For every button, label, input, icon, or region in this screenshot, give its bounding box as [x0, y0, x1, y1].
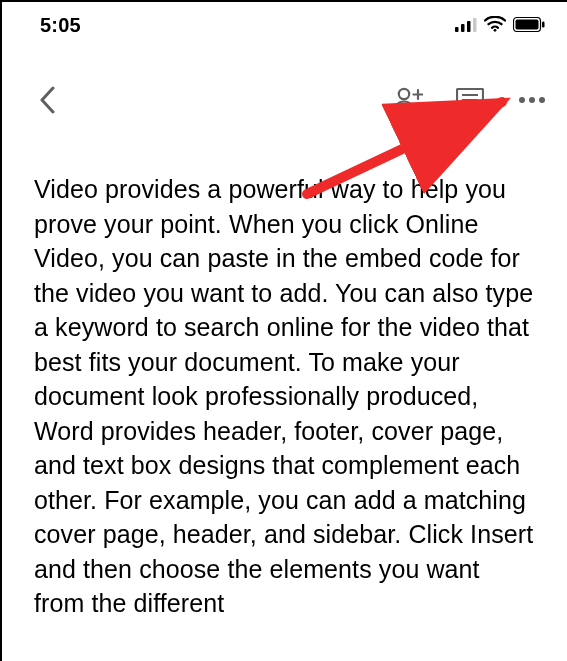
battery-icon	[513, 14, 545, 37]
svg-point-15	[519, 97, 525, 103]
cellular-signal-icon	[455, 14, 477, 37]
back-button[interactable]	[30, 83, 64, 117]
svg-rect-1	[461, 24, 465, 32]
more-options-button[interactable]	[515, 83, 549, 117]
page-layout-icon	[456, 88, 484, 112]
status-bar: 5:05	[2, 2, 567, 42]
status-time: 5:05	[40, 14, 81, 37]
page-layout-button[interactable]	[453, 83, 487, 117]
svg-point-8	[399, 89, 409, 99]
svg-rect-3	[473, 18, 477, 32]
svg-rect-7	[542, 21, 545, 27]
chevron-left-icon	[39, 86, 56, 114]
svg-rect-0	[455, 27, 459, 32]
svg-rect-2	[467, 21, 471, 32]
svg-point-17	[539, 97, 545, 103]
svg-rect-6	[516, 19, 539, 29]
person-plus-icon	[393, 87, 423, 113]
svg-point-16	[529, 97, 535, 103]
add-person-button[interactable]	[391, 83, 425, 117]
status-right-cluster	[455, 14, 545, 37]
ellipsis-icon	[518, 96, 546, 104]
app-toolbar	[2, 72, 567, 128]
wifi-icon	[484, 14, 506, 37]
document-body[interactable]: Video provides a powerful way to help yo…	[2, 128, 567, 621]
svg-point-4	[494, 28, 497, 31]
document-text: Video provides a powerful way to help yo…	[34, 175, 533, 617]
